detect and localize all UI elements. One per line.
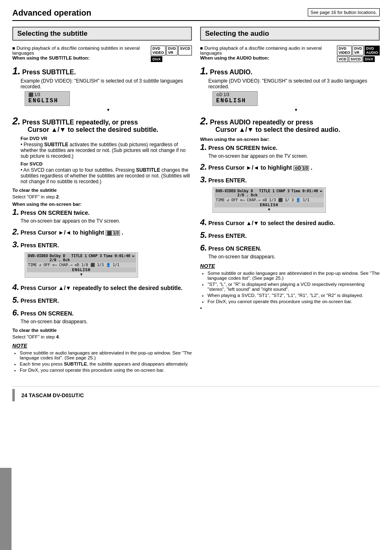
subtitle-intro-text: ■ During playback of a disc/file contain… <box>12 46 143 60</box>
subtitle-clear-label: To clear the subtitle <box>12 188 192 193</box>
subtitle-onscreen-step6-body: The on-screen bar disappears. <box>21 319 192 324</box>
audio-arrow-down: ▼ <box>212 108 380 112</box>
audio-onscreen-step2: 2. Press Cursor ►/◄ to highlight ⊙D 1/3 … <box>200 162 380 172</box>
subtitle-display-sub: ⬛ 1/3 <box>28 92 65 97</box>
audio-note-2: "ST", "L", or "R" is displayed when play… <box>208 282 380 292</box>
audio-onscreen-step6-num: 6. <box>200 243 208 253</box>
subtitle-onscreen-step4-num: 4. <box>12 283 20 292</box>
subtitle-note-2: Each time you press SUBTITLE, the subtit… <box>20 361 192 366</box>
audio-onscreen-step6-body: The on-screen bar disappears. <box>208 254 380 260</box>
footer-text: 24 TASCAM DV-D01UT/C <box>21 392 84 398</box>
subtitle-onscreen-step4: 4. Press Cursor ▲/▼ repeatedly to select… <box>12 283 192 292</box>
subtitle-badge-row2: DivX <box>151 56 192 62</box>
audio-onscreen-step3-row: 3. Press ENTER. <box>200 175 380 184</box>
subtitle-onscreen-step1-row: 1. Press ON SCREEN twice. <box>12 207 192 217</box>
subtitle-onscreen-step4-title: Press Cursor ▲/▼ repeatedly to select th… <box>21 285 182 291</box>
audio-step1-row: 1. Press AUDIO. <box>200 65 380 77</box>
subtitle-intro-content: During playback of a disc/file containin… <box>12 46 140 55</box>
audio-onscreen-step1-desc: The on-screen bar appears on the TV scre… <box>208 153 308 159</box>
audio-step1-title: Press AUDIO. <box>210 69 252 76</box>
subtitle-onscreen-step6-num: 6. <box>12 308 20 318</box>
audio-title: Selecting the audio <box>205 30 375 38</box>
audio-bar-title: TITLE 1 <box>259 189 275 197</box>
subtitle-onscreen-step5-row: 5. Press ENTER. <box>12 295 192 305</box>
badge-divx: DivX <box>151 56 162 62</box>
subtitle-when-label: When using the SUBTITLE button: <box>12 55 90 60</box>
audio-onscreen-step4-title: Press Cursor ▲/▼ to select the desired a… <box>208 220 335 226</box>
audio-onscreen-step4: 4. Press Cursor ▲/▼ to select the desire… <box>200 218 380 227</box>
subtitle-bar-chap: CHAP 3 <box>89 254 102 262</box>
audio-note-section: NOTE Some subtitle or audio languages ar… <box>200 263 380 311</box>
page-title: Advanced operation <box>12 8 91 18</box>
audio-bar-dolby: Dolby D2/0 . 0ch <box>238 189 258 197</box>
subtitle-step2-row: 2. Press SUBTITLE repeatedly, or press C… <box>12 115 192 133</box>
audio-section: Selecting the audio ■ During playback of… <box>200 27 380 374</box>
audio-onscreen-step6-desc: The on-screen bar disappears. <box>208 254 275 260</box>
badge-audio-dvd-audio: DVDAUDIO <box>364 46 380 55</box>
badge-audio-dvd-video: DVDVIDEO <box>337 46 352 55</box>
badge-audio-dvd-vr: DVDVR <box>353 46 364 55</box>
audio-onscreen-step2-title: Press Cursor ►/◄ to highlight ⊙D 1/3 . <box>208 164 312 171</box>
subtitle-bar-row2: TIME ↺ OFF ⊙→ CHAP.→ ⊙D 1/8 ⬛ 1/3 👤 1/1 <box>27 262 136 267</box>
badge-svcd: SVCD <box>178 46 192 55</box>
subtitle-onscreen-step1-title: Press ON SCREEN twice. <box>21 209 90 216</box>
audio-onscreen-step5-title: Press ENTER. <box>208 232 247 239</box>
audio-onscreen-step3: 3. Press ENTER. DVD-VIDEO Dolby D2/0 . 0… <box>200 175 380 214</box>
subtitle-onscreen-step1: 1. Press ON SCREEN twice. The on-screen … <box>12 207 192 224</box>
subtitle-clear2-label-text: To clear the subtitle <box>12 328 57 333</box>
subtitle-step1-row: 1. Press SUBTITLE. <box>12 65 192 77</box>
audio-onscreen-step1-num: 1. <box>200 143 208 152</box>
audio-onscreen-step2-row: 2. Press Cursor ►/◄ to highlight ⊙D 1/3 … <box>200 162 380 172</box>
subtitle-note-3: For DivX, you cannot operate this proced… <box>20 368 192 373</box>
subtitle-step2-title: Press SUBTITLE repeatedly, or press Curs… <box>22 119 158 133</box>
audio-onscreen-step3-num: 3. <box>200 175 208 184</box>
audio-bar-arrow: ▼ <box>214 207 324 212</box>
left-sidebar-bar <box>0 468 12 550</box>
subtitle-bar-row1: DVD-VIDEO Dolby D2/0 . 0ch TITLE 1 CHAP … <box>27 253 136 262</box>
audio-intro-text: ■ During playback of a disc/file contain… <box>200 46 330 60</box>
audio-note-4: For DivX, you cannot operate this proced… <box>208 299 380 304</box>
audio-badge-row2: VCD SVCD DivX <box>337 56 380 62</box>
audio-bar-dvdvideo: DVD-VIDEO <box>216 189 236 197</box>
subtitle-note-title: NOTE <box>12 343 192 349</box>
subtitle-onscreen-step1-body: The on-screen bar appears on the TV scre… <box>21 218 192 224</box>
subtitle-onscreen-bar: DVD-VIDEO Dolby D2/0 . 0ch TITLE 1 CHAP … <box>25 252 138 278</box>
footer-bar <box>12 389 15 401</box>
audio-note-bullet: • <box>200 306 380 311</box>
audio-onscreen-step5: 5. Press ENTER. <box>200 230 380 240</box>
audio-step2-row: 2. Press AUDIO repeatedly or press Curso… <box>200 115 380 133</box>
audio-onscreen-step4-num: 4. <box>200 218 208 227</box>
audio-onscreen-step5-num: 5. <box>200 230 208 240</box>
subtitle-step1-body: Example (DVD VIDEO): "ENGLISH" is select… <box>21 78 192 112</box>
subtitle-bar-title: TITLE 1 <box>71 254 87 262</box>
subtitle-step2: 2. Press SUBTITLE repeatedly, or press C… <box>12 115 192 184</box>
subtitle-section-title-box: Selecting the subtitle <box>12 27 192 41</box>
audio-onscreen-step1-body: The on-screen bar appears on the TV scre… <box>208 153 380 159</box>
audio-onscreen-step3-title: Press ENTER. <box>208 177 247 184</box>
subtitle-clear-label-text: To clear the subtitle <box>12 188 57 193</box>
subtitle-onscreen-step6: 6. Press ON SCREEN. The on-screen bar di… <box>12 308 192 324</box>
audio-section-title-box: Selecting the audio <box>200 27 380 41</box>
subtitle-bar-dolby: Dolby D2/0 . 0ch <box>50 254 70 262</box>
page-note: See page 16 for button locations. <box>308 8 380 16</box>
badge-audio-divx: DivX <box>363 56 375 62</box>
audio-badge-row1: DVDVIDEO DVDVR DVDAUDIO <box>337 46 380 55</box>
subtitle-onscreen-step5: 5. Press ENTER. <box>12 295 192 305</box>
subtitle-badge-row1: DVDVIDEO DVDVR SVCD <box>151 46 192 55</box>
subtitle-step1-title: Press SUBTITLE. <box>22 69 76 76</box>
audio-onscreen-step1-row: 1. Press ON SCREEN twice. <box>200 143 380 152</box>
subtitle-onscreen-label: When using the on-screen bar: <box>12 202 192 207</box>
audio-intro-bullet: ■ <box>200 46 204 51</box>
audio-display-sub-text: ⊙D 1/3 <box>216 92 229 97</box>
subtitle-onscreen-step6-desc: The on-screen bar disappears. <box>21 319 88 324</box>
subtitle-step1: 1. Press SUBTITLE. Example (DVD VIDEO): … <box>12 65 192 112</box>
subtitle-badges: DVDVIDEO DVDVR SVCD DivX <box>151 46 192 62</box>
subtitle-note-list: Some subtitle or audio languages are abb… <box>12 350 192 373</box>
subtitle-onscreen-step4-row: 4. Press Cursor ▲/▼ repeatedly to select… <box>12 283 192 292</box>
audio-badges: DVDVIDEO DVDVR DVDAUDIO VCD SVCD DivX <box>337 46 380 62</box>
subtitle-onscreen-step3-num: 3. <box>12 240 20 249</box>
subtitle-intro: ■ During playback of a disc/file contain… <box>12 46 192 62</box>
audio-step1: 1. Press AUDIO. Example (DVD VIDEO): "EN… <box>200 65 380 112</box>
subtitle-note-section: NOTE Some subtitle or audio languages ar… <box>12 343 192 373</box>
subtitle-for-dvdvr-text: • Pressing SUBTITLE activates the subtit… <box>21 142 192 159</box>
